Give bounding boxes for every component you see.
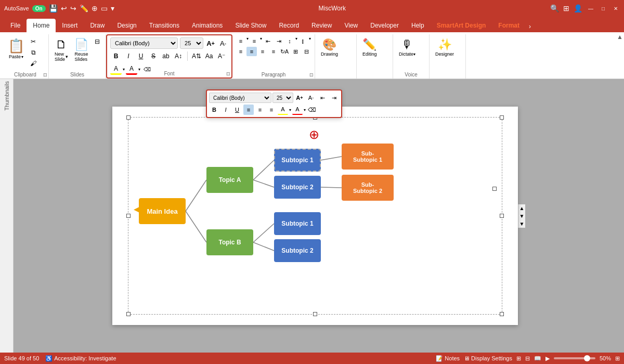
- grow-font-button[interactable]: A+: [205, 38, 216, 48]
- columns-dropdown[interactable]: ▾: [309, 36, 311, 46]
- scroll-up-button[interactable]: ▲: [518, 204, 526, 212]
- mini-bold-button[interactable]: B: [209, 105, 219, 115]
- collapse-ribbon-button[interactable]: ▲: [617, 33, 623, 41]
- ribbon-icon[interactable]: ⊞: [563, 4, 569, 12]
- new-slide-button[interactable]: 🗋 NewSlide ▾: [52, 36, 71, 63]
- change-case-button[interactable]: Aa: [203, 50, 215, 62]
- dictate-button[interactable]: 🎙 Dictate ▾: [396, 36, 418, 58]
- view-slide-sorter-icon[interactable]: ⊟: [525, 355, 530, 362]
- tab-draw[interactable]: Draw: [84, 19, 111, 32]
- justify-button[interactable]: ≡: [268, 47, 279, 56]
- paste-dropdown-icon[interactable]: ▾: [21, 55, 23, 59]
- line-spacing-button[interactable]: ↕: [284, 36, 295, 46]
- subsub-sel-handle[interactable]: [492, 187, 497, 191]
- convert-to-smartart-button[interactable]: ⊟: [301, 47, 311, 56]
- minimize-button[interactable]: —: [587, 4, 595, 12]
- shadow-button[interactable]: ab: [160, 50, 172, 62]
- sel-handle-bc[interactable]: [313, 312, 317, 316]
- view-reading-icon[interactable]: 📖: [534, 355, 541, 362]
- bullet-dropdown[interactable]: ▾: [246, 36, 249, 46]
- autosave-toggle[interactable]: On: [32, 5, 46, 12]
- notes-button[interactable]: 📝 Notes: [436, 355, 460, 362]
- tab-developer[interactable]: Developer: [364, 19, 405, 32]
- fit-page-icon[interactable]: ⊞: [615, 355, 620, 362]
- dictate-dropdown-icon[interactable]: ▾: [413, 52, 415, 57]
- sel-handle-mr[interactable]: [500, 214, 504, 218]
- subtopic1-a-box[interactable]: Subtopic 1: [274, 149, 321, 172]
- close-button[interactable]: ✕: [612, 4, 620, 12]
- sub-subtopic2-box[interactable]: Sub-Subtopic 2: [342, 175, 394, 201]
- new-slide-dropdown-icon[interactable]: ▾: [66, 54, 68, 59]
- cut-button[interactable]: ✂: [28, 36, 38, 47]
- tab-help[interactable]: Help: [405, 19, 431, 32]
- layout-button[interactable]: ⊟: [92, 36, 102, 47]
- scroll-step-down-button[interactable]: ▼: [518, 220, 526, 228]
- drawing-button[interactable]: 🎨 Drawing: [318, 36, 341, 58]
- subtopic2-b-box[interactable]: Subtopic 2: [274, 239, 321, 262]
- mini-align-center-button[interactable]: ≡: [243, 105, 254, 115]
- tab-transitions[interactable]: Transitions: [143, 19, 186, 32]
- subtopic2-a-box[interactable]: Subtopic 2: [274, 176, 321, 199]
- char-spacing2-button[interactable]: A⁻: [216, 50, 227, 62]
- sub-subtopic1-box[interactable]: Sub-Subtopic 1: [342, 144, 394, 170]
- align-center-button[interactable]: ≡: [246, 47, 257, 56]
- pen-icon[interactable]: ✏️: [80, 4, 88, 12]
- laser-icon[interactable]: ⊕: [92, 4, 98, 12]
- display-settings-button[interactable]: 🖥 Display Settings: [464, 355, 512, 361]
- bullet-list-button[interactable]: ≡: [236, 36, 246, 46]
- mini-grow-button[interactable]: A+: [294, 93, 305, 103]
- topic-a-box[interactable]: Topic A: [206, 167, 253, 193]
- mini-highlight-button[interactable]: A: [278, 105, 288, 115]
- mini-fontcolor-dropdown[interactable]: ▾: [304, 108, 306, 112]
- mini-italic-button[interactable]: I: [220, 105, 231, 115]
- italic-button[interactable]: I: [123, 50, 134, 62]
- mini-indent-button[interactable]: ⇤: [317, 93, 328, 103]
- tab-view[interactable]: View: [338, 19, 364, 32]
- mini-align-left-button[interactable]: ≡: [266, 105, 277, 115]
- font-expand-icon[interactable]: ⊡: [226, 71, 230, 76]
- sel-handle-br[interactable]: [500, 312, 504, 316]
- designer-button[interactable]: ✨ Designer: [433, 36, 457, 58]
- sel-handle-tr[interactable]: [500, 115, 504, 120]
- mini-clear-fmt-button[interactable]: ⌫: [307, 105, 317, 115]
- mini-font-color-button[interactable]: A: [292, 105, 303, 115]
- account-icon[interactable]: 👤: [574, 4, 582, 12]
- text-direction2-button[interactable]: ↻A: [279, 47, 290, 56]
- tab-home[interactable]: Home: [27, 19, 56, 32]
- align-right-button[interactable]: ≡: [257, 47, 268, 56]
- maximize-button[interactable]: □: [599, 4, 607, 12]
- undo-icon[interactable]: ↩: [61, 4, 67, 12]
- linespacing-dropdown[interactable]: ▾: [295, 36, 297, 46]
- numbered-dropdown[interactable]: ▾: [260, 36, 262, 46]
- accessibility-info[interactable]: ♿ Accessibility: Investigate: [45, 355, 116, 362]
- subtopic1-b-box[interactable]: Subtopic 1: [274, 212, 321, 235]
- tab-design[interactable]: Design: [111, 19, 142, 32]
- sel-handle-bl[interactable]: [126, 312, 131, 316]
- paste-button[interactable]: 📋 Paste ▾: [5, 36, 27, 61]
- reuse-slides-button[interactable]: 📄 ReuseSlides: [72, 36, 91, 63]
- strikethrough-button[interactable]: S: [148, 50, 159, 62]
- topic-b-box[interactable]: Topic B: [206, 229, 253, 255]
- mini-font-select[interactable]: Calibri (Body): [209, 93, 271, 103]
- decrease-indent-button[interactable]: ⇤: [263, 36, 273, 46]
- sel-handle-ml[interactable]: [126, 214, 131, 218]
- search-icon[interactable]: 🔍: [550, 4, 559, 12]
- more-tabs-icon[interactable]: ›: [526, 21, 534, 32]
- font-size-select[interactable]: 25: [180, 37, 203, 49]
- mini-outdent-button[interactable]: ⇥: [329, 93, 339, 103]
- view-normal-icon[interactable]: ⊞: [516, 355, 521, 362]
- mini-align-right-button[interactable]: ≡: [255, 105, 265, 115]
- char-spacing-button[interactable]: A↕: [173, 50, 184, 62]
- tab-smartart-design[interactable]: SmartArt Design: [431, 19, 492, 32]
- increase-indent-button[interactable]: ⇥: [274, 36, 284, 46]
- smart-lookup-button[interactable]: ⊞: [290, 47, 301, 56]
- text-direction-button[interactable]: A⇅: [191, 50, 202, 62]
- tab-insert[interactable]: Insert: [56, 19, 84, 32]
- tab-animations[interactable]: Animations: [186, 19, 229, 32]
- view-slideshow-icon[interactable]: ▶: [545, 355, 550, 362]
- zoom-slider[interactable]: [554, 357, 595, 359]
- smartart-container[interactable]: ◀ Main Idea Topic A Topic B Subtopic 1 S…: [128, 117, 502, 315]
- columns-button[interactable]: ⫿: [298, 36, 308, 46]
- clipboard-expand-icon[interactable]: ⊡: [43, 72, 47, 77]
- right-scrollbar[interactable]: ▲ ▼ ▼: [518, 204, 525, 228]
